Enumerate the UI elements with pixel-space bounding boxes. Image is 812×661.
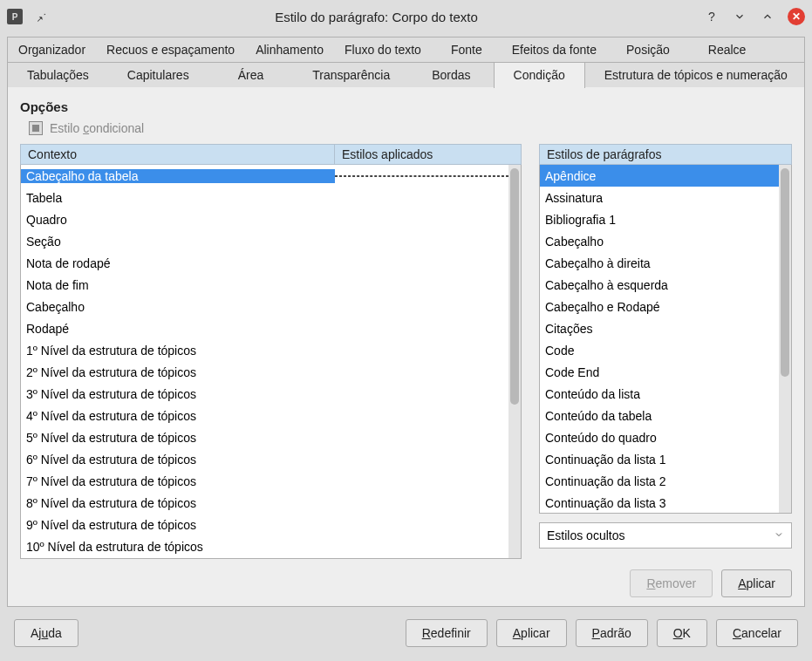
ok-button[interactable]: OK xyxy=(657,619,707,647)
dropdown-value: Estilos ocultos xyxy=(547,528,624,542)
context-cell: 1º Nível da estrutura de tópicos xyxy=(21,344,335,358)
maximize-icon[interactable] xyxy=(760,9,775,24)
cancelar-button[interactable]: Cancelar xyxy=(716,619,798,647)
paragraph-style-row[interactable]: Conteúdo do quadro xyxy=(540,426,779,448)
context-cell: 2º Nível da estrutura de tópicos xyxy=(21,365,335,379)
context-row[interactable]: 9º Nível da estrutura de tópicos xyxy=(21,514,508,535)
tabs: Organizador Recuos e espaçamento Alinham… xyxy=(7,37,805,87)
help-icon[interactable]: ? xyxy=(704,9,720,24)
aplicar-inner-button[interactable]: Aplicar xyxy=(721,569,792,597)
paragraph-styles-list[interactable]: ApêndiceAssinaturaBibliografia 1Cabeçalh… xyxy=(540,165,779,513)
paragraph-style-row[interactable]: Cabeçalho xyxy=(540,230,779,252)
paragraph-style-row[interactable]: Cabeçalho à esquerda xyxy=(540,274,779,296)
dialog-footer: Ajuda Redefinir Aplicar Padrão OK Cancel… xyxy=(0,607,812,661)
paragraph-style-row[interactable]: Bibliografia 1 xyxy=(540,208,779,230)
paragraph-style-row[interactable]: Citações xyxy=(540,317,779,339)
context-cell: Cabeçalho xyxy=(21,300,335,314)
pin-icon[interactable] xyxy=(33,9,49,24)
context-row[interactable]: 4º Nível da estrutura de tópicos xyxy=(21,405,508,426)
context-list[interactable]: Cabeçalho da tabelaTabelaQuadroSeçãoNota… xyxy=(21,165,508,558)
tab-bordas[interactable]: Bordas xyxy=(409,63,493,87)
context-cell: Nota de rodapé xyxy=(21,256,335,270)
conditional-style-label: Estilo condicional xyxy=(50,121,144,135)
paragraph-styles-header: Estilos de parágrafos xyxy=(539,144,792,165)
minimize-icon[interactable] xyxy=(732,9,747,24)
tab-fluxo[interactable]: Fluxo do texto xyxy=(334,37,432,62)
tab-posicao[interactable]: Posição xyxy=(607,37,689,62)
context-cell: 9º Nível da estrutura de tópicos xyxy=(21,518,335,532)
context-row[interactable]: 7º Nível da estrutura de tópicos xyxy=(21,470,508,492)
redefinir-button[interactable]: Redefinir xyxy=(406,619,488,647)
paragraph-scrollbar[interactable] xyxy=(779,165,791,513)
context-row[interactable]: Nota de rodapé xyxy=(21,252,508,274)
tab-organizador[interactable]: Organizador xyxy=(8,37,96,62)
tab-estrutura[interactable]: Estrutura de tópicos e numeração xyxy=(585,63,807,87)
paragraph-style-row[interactable]: Conteúdo da lista xyxy=(540,383,779,405)
context-row[interactable]: Cabeçalho xyxy=(21,296,508,317)
tab-tabulacoes[interactable]: Tabulações xyxy=(8,63,108,87)
context-row[interactable]: Rodapé xyxy=(21,317,508,339)
hidden-styles-dropdown[interactable]: Estilos ocultos xyxy=(539,522,792,549)
close-icon[interactable]: ✕ xyxy=(788,8,805,25)
paragraph-style-row[interactable]: Apêndice xyxy=(540,165,779,187)
context-cell: Tabela xyxy=(21,191,335,205)
paragraph-style-row[interactable]: Code xyxy=(540,339,779,361)
context-row[interactable]: 8º Nível da estrutura de tópicos xyxy=(21,492,508,514)
context-list-wrap: Cabeçalho da tabelaTabelaQuadroSeçãoNota… xyxy=(20,165,522,559)
tab-condicao[interactable]: Condição xyxy=(494,62,585,88)
paragraph-style-row[interactable]: Conteúdo da tabela xyxy=(540,405,779,426)
ajuda-button[interactable]: Ajuda xyxy=(14,619,78,647)
context-row[interactable]: 5º Nível da estrutura de tópicos xyxy=(21,426,508,448)
tab-fonte[interactable]: Fonte xyxy=(432,37,502,62)
titlebar-left: P xyxy=(7,9,49,24)
paragraph-style-row[interactable]: Assinatura xyxy=(540,187,779,208)
context-row[interactable]: Cabeçalho da tabela xyxy=(21,165,508,187)
header-contexto[interactable]: Contexto xyxy=(21,145,335,164)
context-cell: Quadro xyxy=(21,213,335,227)
options-label: Opções xyxy=(20,99,792,114)
paragraph-style-row[interactable]: Continuação da lista 1 xyxy=(540,448,779,470)
paragraph-style-row[interactable]: Code End xyxy=(540,361,779,383)
context-row[interactable]: 6º Nível da estrutura de tópicos xyxy=(21,448,508,470)
paragraph-style-row[interactable]: Cabeçalho à direita xyxy=(540,252,779,274)
context-row[interactable]: Quadro xyxy=(21,208,508,230)
tab-alinhamento[interactable]: Alinhamento xyxy=(245,37,334,62)
padrao-button[interactable]: Padrão xyxy=(576,619,648,647)
context-row[interactable]: Seção xyxy=(21,230,508,252)
app-icon: P xyxy=(7,9,23,24)
tab-realce[interactable]: Realce xyxy=(689,37,766,62)
paragraph-style-row[interactable]: Cabeçalho e Rodapé xyxy=(540,296,779,317)
paragraph-style-row[interactable]: Continuação da lista 2 xyxy=(540,470,779,492)
conditional-style-checkbox[interactable] xyxy=(29,121,43,135)
remover-button[interactable]: Remover xyxy=(630,569,713,597)
aplicar-footer-button[interactable]: Aplicar xyxy=(496,619,567,647)
mid-buttons: Remover Aplicar xyxy=(20,569,792,597)
applied-style-cell xyxy=(335,175,508,177)
tab-efeitos[interactable]: Efeitos da fonte xyxy=(502,37,607,62)
context-row[interactable]: 10º Nível da estrutura de tópicos xyxy=(21,535,508,557)
context-scrollbar[interactable] xyxy=(508,165,521,558)
context-cell: Cabeçalho da tabela xyxy=(21,169,335,183)
context-cell: 4º Nível da estrutura de tópicos xyxy=(21,409,335,423)
paragraph-styles-panel: Estilos de parágrafos ApêndiceAssinatura… xyxy=(539,144,792,559)
context-cell: 6º Nível da estrutura de tópicos xyxy=(21,453,335,467)
tab-recuos[interactable]: Recuos e espaçamento xyxy=(96,37,245,62)
context-panel: Contexto Estilos aplicados Cabeçalho da … xyxy=(20,144,522,559)
context-cell: 8º Nível da estrutura de tópicos xyxy=(21,496,335,510)
context-row[interactable]: 1º Nível da estrutura de tópicos xyxy=(21,339,508,361)
window-title: Estilo do parágrafo: Corpo do texto xyxy=(49,10,704,24)
tab-transparencia[interactable]: Transparência xyxy=(293,63,409,87)
paragraph-style-row[interactable]: Continuação da lista 3 xyxy=(540,492,779,513)
header-estilos-aplicados[interactable]: Estilos aplicados xyxy=(335,145,521,164)
context-row[interactable]: Nota de fim xyxy=(21,274,508,296)
lists-row: Contexto Estilos aplicados Cabeçalho da … xyxy=(20,144,792,559)
conditional-style-row: Estilo condicional xyxy=(29,121,792,135)
context-row[interactable]: 3º Nível da estrutura de tópicos xyxy=(21,383,508,405)
tab-capitulares[interactable]: Capitulares xyxy=(108,63,208,87)
chevron-down-icon xyxy=(774,528,784,542)
header-estilos-paragrafos[interactable]: Estilos de parágrafos xyxy=(540,145,791,164)
context-row[interactable]: 2º Nível da estrutura de tópicos xyxy=(21,361,508,383)
context-cell: 5º Nível da estrutura de tópicos xyxy=(21,431,335,445)
context-row[interactable]: Tabela xyxy=(21,187,508,208)
tab-area[interactable]: Área xyxy=(208,63,294,87)
